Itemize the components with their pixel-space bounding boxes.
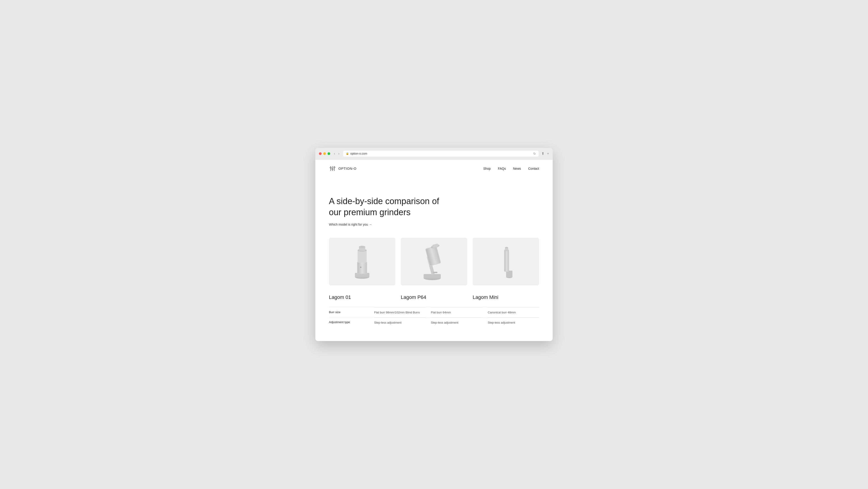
hero-section: A side-by-side comparison of our premium…	[315, 178, 553, 238]
back-button[interactable]: ‹	[333, 151, 336, 156]
spec-values-section: Flat burr 98mm/102mm Blind Burrs Flat bu…	[374, 307, 539, 327]
svg-rect-4	[332, 169, 333, 170]
adjustment-lagom01: Step-less adjustment	[374, 317, 426, 327]
adjustment-lagommini: Step-less adjustment	[488, 317, 539, 327]
product-name-lagommini: Lagom Mini	[473, 294, 539, 300]
svg-point-13	[359, 246, 365, 248]
nav-buttons: ‹ ›	[333, 151, 340, 156]
adjustment-type-label: Adjustment type	[329, 317, 374, 327]
product-names-row: Lagom 01 Lagom P64 Lagom Mini	[329, 294, 539, 300]
product-image-lagommini[interactable]	[473, 238, 539, 285]
logo-icon	[329, 165, 336, 172]
hero-title: A side-by-side comparison of our premium…	[329, 196, 442, 218]
burr-size-lagommini: Canonical burr 48mm	[488, 307, 539, 317]
svg-rect-22	[432, 244, 438, 248]
logo-text: OPTION-O	[338, 167, 356, 170]
burr-size-label: Burr size	[329, 307, 374, 317]
svg-point-29	[505, 247, 508, 248]
svg-rect-18	[433, 272, 437, 273]
svg-rect-10	[358, 250, 367, 263]
burr-size-lagomp64: Flat burr 64mm	[431, 307, 482, 317]
browser-window: ‹ › 🔒 option-o.com ↻ ⬆ +	[315, 148, 553, 341]
svg-rect-5	[334, 167, 335, 168]
page-content: OPTION-O Shop FAQs News Contact A side-b…	[315, 160, 553, 341]
new-tab-button[interactable]: +	[547, 151, 549, 156]
fullscreen-button[interactable]	[328, 152, 330, 155]
browser-actions: ⬆ +	[541, 151, 549, 156]
spec-labels-column: Burr size Adjustment type	[329, 307, 374, 327]
svg-rect-3	[330, 167, 331, 168]
site-nav: Shop FAQs News Contact	[483, 167, 539, 170]
reload-button[interactable]: ↻	[533, 152, 536, 155]
url-text: option-o.com	[350, 152, 367, 155]
adjustment-type-values-row: Step-less adjustment Step-less adjustmen…	[374, 317, 539, 327]
forward-button[interactable]: ›	[337, 151, 340, 156]
svg-rect-20	[426, 246, 440, 266]
products-grid	[329, 238, 539, 285]
burr-size-lagom01: Flat burr 98mm/102mm Blind Burrs	[374, 307, 426, 317]
lagom01-illustration	[351, 243, 373, 280]
share-button[interactable]: ⬆	[541, 151, 544, 156]
product-image-lagomp64[interactable]	[401, 238, 467, 285]
product-name-lagom01: Lagom 01	[329, 294, 395, 300]
svg-point-14	[360, 266, 362, 268]
browser-chrome: ‹ › 🔒 option-o.com ↻ ⬆ +	[315, 148, 553, 160]
adjustment-lagomp64: Step-less adjustment	[431, 317, 482, 327]
hero-link[interactable]: Which model is right for you →	[329, 223, 372, 226]
lagommini-illustration	[497, 243, 515, 280]
logo-area: OPTION-O	[329, 165, 356, 172]
nav-shop[interactable]: Shop	[483, 167, 491, 170]
nav-news[interactable]: News	[513, 167, 521, 170]
nav-faqs[interactable]: FAQs	[498, 167, 506, 170]
address-bar[interactable]: 🔒 option-o.com ↻	[343, 151, 539, 156]
comparison-table: Burr size Adjustment type Flat burr 98mm…	[329, 307, 539, 327]
site-header: OPTION-O Shop FAQs News Contact	[315, 160, 553, 178]
product-name-lagomp64: Lagom P64	[401, 294, 467, 300]
lock-icon: 🔒	[346, 152, 349, 155]
products-section: Lagom 01 Lagom P64 Lagom Mini Burr size …	[315, 238, 553, 341]
burr-size-values-row: Flat burr 98mm/102mm Blind Burrs Flat bu…	[374, 307, 539, 317]
nav-contact[interactable]: Contact	[528, 167, 539, 170]
lagomp64-illustration	[421, 242, 447, 281]
product-image-lagom01[interactable]	[329, 238, 395, 285]
minimize-button[interactable]	[323, 152, 326, 155]
close-button[interactable]	[319, 152, 322, 155]
traffic-lights	[319, 152, 330, 155]
svg-rect-9	[358, 262, 367, 274]
svg-rect-26	[504, 251, 508, 271]
